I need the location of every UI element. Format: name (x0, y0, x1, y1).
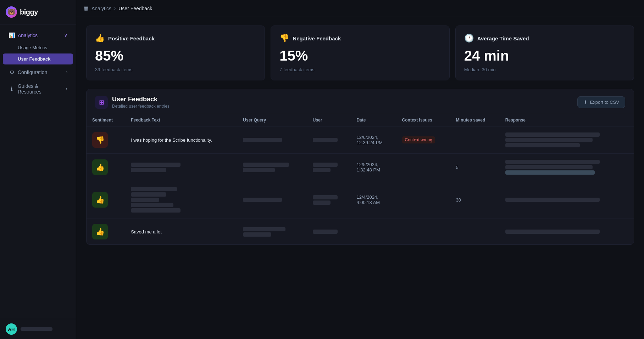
row4-minutes-saved (450, 219, 500, 245)
positive-feedback-title: Positive Feedback (108, 35, 155, 41)
footer-user-info (21, 327, 70, 331)
context-wrong-badge: Context wrong (402, 136, 435, 143)
row3-user (307, 181, 351, 219)
user-avatar: AH (6, 323, 17, 335)
main-content: ▦ Analytics > User Feedback 👍 Positive F… (76, 0, 644, 339)
row3-feedback-text (125, 181, 237, 219)
avg-time-value: 24 min (464, 48, 625, 63)
row3-sentiment: 👍 (87, 181, 125, 219)
positive-sentiment-badge: 👍 (92, 159, 108, 175)
feedback-title-text: User Feedback Detailed user feedback ent… (112, 96, 170, 109)
metric-card-negative: 👎 Negative Feedback 15% 7 feedback items (271, 26, 449, 80)
row1-date: 12/6/2024,12:39:24 PM (351, 126, 396, 154)
sidebar-item-guides[interactable]: ℹ Guides & Resources › (3, 80, 73, 98)
row2-user (307, 154, 351, 181)
configuration-label: Configuration (18, 69, 47, 75)
guides-chevron: › (66, 86, 67, 91)
negative-feedback-sub: 7 feedback items (279, 67, 440, 72)
feedback-section-title: User Feedback (112, 96, 170, 103)
row3-user-query (237, 181, 307, 219)
row3-minutes-saved: 30 (450, 181, 500, 219)
thumbs-up-icon: 👍 (95, 34, 105, 43)
negative-feedback-value: 15% (279, 48, 440, 63)
row2-minutes-saved: 5 (450, 154, 500, 181)
avg-time-sub: Median: 30 min (464, 67, 625, 72)
positive-sentiment-badge-3: 👍 (92, 224, 108, 239)
guides-label: Guides & Resources (18, 83, 63, 95)
row3-date: 12/4/2024,4:00:13 AM (351, 181, 396, 219)
row4-user (307, 219, 351, 245)
metrics-row: 👍 Positive Feedback 85% 39 feedback item… (86, 26, 634, 80)
feedback-section: ⊞ User Feedback Detailed user feedback e… (86, 89, 634, 245)
layout-icon: ▦ (83, 5, 89, 12)
metric-header-negative: 👎 Negative Feedback (279, 34, 440, 43)
guides-icon: ℹ (9, 86, 15, 92)
usage-metrics-label: Usage Metrics (18, 45, 47, 50)
breadcrumb-parent[interactable]: Analytics (91, 6, 111, 11)
positive-sentiment-badge-2: 👍 (92, 192, 108, 208)
row2-response (500, 154, 634, 181)
row3-context-issues (396, 181, 450, 219)
col-date: Date (351, 114, 396, 126)
thumbs-down-icon: 👎 (279, 34, 289, 43)
sidebar: 🐻 biggy 📊 Analytics ∨ Usage Metrics User… (0, 0, 76, 339)
table-header-row: Sentiment Feedback Text User Query User … (87, 114, 634, 126)
sidebar-item-configuration[interactable]: ⚙ Configuration › (3, 66, 73, 79)
analytics-chevron: ∨ (64, 33, 67, 38)
row4-context-issues (396, 219, 450, 245)
row1-user (307, 126, 351, 154)
row4-feedback-text: Saved me a lot (125, 219, 237, 245)
col-context-issues: Context Issues (396, 114, 450, 126)
sidebar-item-user-feedback[interactable]: User Feedback (3, 53, 73, 64)
export-icon: ⬇ (583, 100, 587, 105)
page-content: 👍 Positive Feedback 85% 39 feedback item… (76, 17, 644, 339)
guides-section: ℹ Guides & Resources › (0, 80, 76, 98)
breadcrumb-current: User Feedback (118, 6, 152, 11)
user-feedback-label: User Feedback (18, 56, 51, 62)
export-csv-button[interactable]: ⬇ Export to CSV (577, 96, 625, 108)
row2-sentiment: 👍 (87, 154, 125, 181)
sidebar-item-usage-metrics[interactable]: Usage Metrics (3, 42, 73, 53)
metric-card-positive: 👍 Positive Feedback 85% 39 feedback item… (86, 26, 265, 80)
breadcrumb: Analytics > User Feedback (91, 6, 152, 11)
breadcrumb-separator: > (113, 6, 116, 11)
sidebar-item-analytics[interactable]: 📊 Analytics ∨ (3, 29, 73, 42)
configuration-section: ⚙ Configuration › (0, 66, 76, 79)
table-row: 👍 Saved me a lot (87, 219, 634, 245)
positive-feedback-sub: 39 feedback items (95, 67, 256, 72)
row1-feedback-text: I was hoping for the Scribe functionalit… (125, 126, 237, 154)
row4-date (351, 219, 396, 245)
configuration-icon: ⚙ (9, 69, 15, 75)
feedback-table: Sentiment Feedback Text User Query User … (87, 114, 634, 244)
clock-icon: 🕐 (464, 34, 474, 43)
feedback-section-subtitle: Detailed user feedback entries (112, 104, 170, 109)
row1-minutes-saved (450, 126, 500, 154)
analytics-section: 📊 Analytics ∨ Usage Metrics User Feedbac… (0, 29, 76, 64)
col-sentiment: Sentiment (87, 114, 125, 126)
row2-date: 12/5/2024,1:32:48 PM (351, 154, 396, 181)
analytics-icon: 📊 (9, 32, 15, 39)
row1-user-query (237, 126, 307, 154)
row1-sentiment: 👎 (87, 126, 125, 154)
col-user: User (307, 114, 351, 126)
table-row: 👎 I was hoping for the Scribe functional… (87, 126, 634, 154)
negative-sentiment-badge: 👎 (92, 132, 108, 148)
metric-card-time: 🕐 Average Time Saved 24 min Median: 30 m… (455, 26, 634, 80)
row1-response (500, 126, 634, 154)
row4-user-query (237, 219, 307, 245)
row2-context-issues (396, 154, 450, 181)
row2-feedback-text (125, 154, 237, 181)
analytics-subitems: Usage Metrics User Feedback (0, 42, 76, 64)
logo-icon: 🐻 (6, 6, 17, 18)
feedback-table-icon: ⊞ (95, 96, 108, 109)
export-label: Export to CSV (590, 100, 619, 105)
positive-feedback-value: 85% (95, 48, 256, 63)
metric-header-positive: 👍 Positive Feedback (95, 34, 256, 43)
metric-header-time: 🕐 Average Time Saved (464, 34, 625, 43)
configuration-chevron: › (66, 70, 67, 75)
col-response: Response (500, 114, 634, 126)
footer-user-name (21, 327, 52, 331)
row3-response (500, 181, 634, 219)
table-row: 👍 (87, 181, 634, 219)
feedback-title-group: ⊞ User Feedback Detailed user feedback e… (95, 96, 170, 109)
